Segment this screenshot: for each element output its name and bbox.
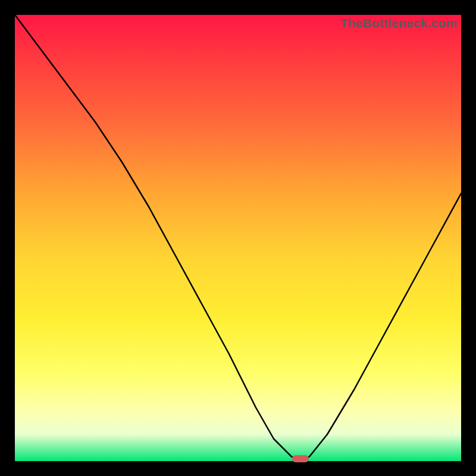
bottleneck-curve bbox=[15, 15, 461, 461]
optimum-marker bbox=[292, 455, 309, 462]
watermark-text: TheBottleneck.com bbox=[340, 16, 458, 30]
plot-area: TheBottleneck.com bbox=[15, 15, 461, 461]
chart-frame: TheBottleneck.com bbox=[0, 0, 476, 476]
